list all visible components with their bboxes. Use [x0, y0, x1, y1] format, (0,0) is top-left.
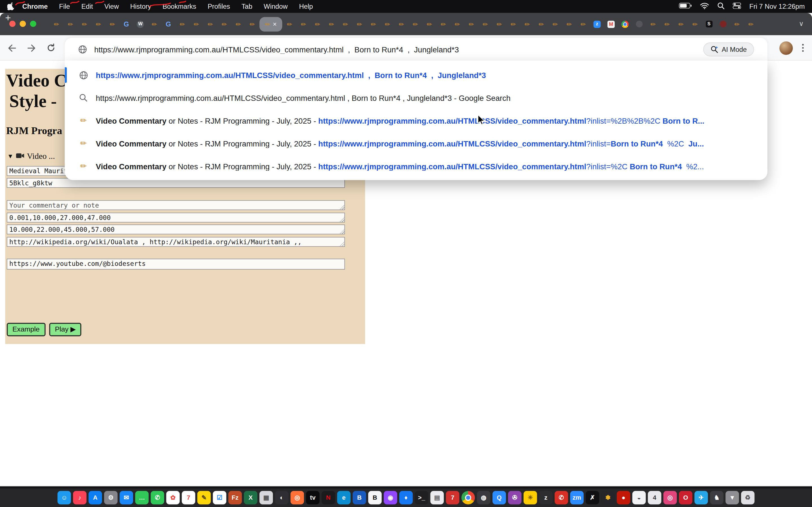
- tab-pencil[interactable]: ✏: [78, 16, 91, 32]
- tab-pencil[interactable]: ✏: [283, 16, 296, 32]
- example-button[interactable]: Example: [7, 323, 45, 336]
- menu-edit[interactable]: Edit: [82, 3, 93, 10]
- tab-pencil[interactable]: ✏: [548, 16, 562, 32]
- tab-pencil[interactable]: ✏: [50, 16, 63, 32]
- dock-photo-booth-icon[interactable]: ◐: [275, 491, 289, 504]
- tab-pencil[interactable]: ✏: [325, 16, 338, 32]
- tab-pencil[interactable]: ✏: [562, 16, 576, 32]
- video-details-summary[interactable]: ▼ Video ...: [7, 152, 55, 161]
- tab-pencil[interactable]: ✏: [190, 16, 203, 32]
- menu-view[interactable]: View: [104, 3, 119, 10]
- menu-bookmarks[interactable]: Bookmarks: [163, 3, 196, 10]
- dock-trash-icon[interactable]: ♻: [741, 491, 755, 504]
- dock-seven-app-icon[interactable]: 7: [446, 491, 459, 504]
- tab-close-icon[interactable]: ×: [273, 20, 276, 27]
- tab-google[interactable]: G: [119, 16, 133, 32]
- tab-pencil[interactable]: ✏: [339, 16, 352, 32]
- tab-pencil[interactable]: ✏: [520, 16, 534, 32]
- dock-reminders-icon[interactable]: ☑: [213, 491, 226, 504]
- dock-notes-icon[interactable]: ✎: [197, 491, 211, 504]
- dock-mail-icon[interactable]: ✉: [119, 491, 133, 504]
- tab-pencil[interactable]: ✏: [147, 16, 161, 32]
- commentary-field[interactable]: Your commentary or note: [7, 200, 345, 210]
- start-times-field[interactable]: 0.001,10.000,27.000,47.000: [7, 213, 345, 223]
- dock-messages-icon[interactable]: …: [135, 491, 149, 504]
- menu-history[interactable]: History: [130, 3, 151, 10]
- youtube-channel-field[interactable]: https://www.youtube.com/@biodeserts: [7, 259, 345, 270]
- dock-notes-app-icon[interactable]: ▤: [430, 491, 444, 504]
- tab-pencil[interactable]: ✏: [465, 16, 478, 32]
- tab-redcircle[interactable]: [716, 16, 730, 32]
- tab-wordpress[interactable]: W: [134, 16, 147, 32]
- dock-music-icon[interactable]: ♪: [73, 491, 87, 504]
- tab-pencil[interactable]: ✏: [92, 16, 105, 32]
- menu-file[interactable]: File: [59, 3, 70, 10]
- tab-search-chevron-icon[interactable]: ∨: [799, 20, 804, 27]
- dock-yellow-app-icon[interactable]: ☀: [523, 491, 537, 504]
- tab-pencil[interactable]: ✏: [451, 16, 464, 32]
- dock-q-app-icon[interactable]: Q: [493, 491, 506, 504]
- dock-zip-app-icon[interactable]: z: [539, 491, 553, 504]
- tab-pencil[interactable]: ✏: [744, 16, 758, 32]
- menu-window[interactable]: Window: [264, 3, 288, 10]
- dock-downloads-icon[interactable]: ▼: [725, 491, 739, 504]
- tab-pencil[interactable]: ✏: [506, 16, 520, 32]
- tab-pencil[interactable]: ✏: [688, 16, 702, 32]
- tab-pencil[interactable]: ✏: [660, 16, 674, 32]
- dock-opera-icon[interactable]: O: [679, 491, 693, 504]
- menu-tab[interactable]: Tab: [241, 3, 252, 10]
- dock-launchpad-icon[interactable]: ▦: [259, 491, 273, 504]
- battery-icon[interactable]: [679, 3, 692, 10]
- dock-app-store-icon[interactable]: A: [89, 491, 102, 504]
- tab-pencil[interactable]: ✏: [576, 16, 590, 32]
- tab-pencil[interactable]: ✏: [730, 16, 744, 32]
- url-text[interactable]: https://www.rjmprogramming.com.au/HTMLCS…: [94, 45, 703, 54]
- tab-pencil[interactable]: ✏: [217, 16, 231, 32]
- dock-chess-app-icon[interactable]: ♞: [710, 491, 723, 504]
- apple-logo-icon[interactable]: [7, 3, 14, 10]
- dock-light-app-icon[interactable]: ◒: [632, 491, 646, 504]
- tab-pencil[interactable]: ✏: [64, 16, 77, 32]
- dock-reel-app-icon[interactable]: ✇: [508, 491, 522, 504]
- tab-pencil[interactable]: ✏: [297, 16, 310, 32]
- control-center-icon[interactable]: [733, 3, 741, 10]
- dock-photos-icon[interactable]: ✿: [166, 491, 180, 504]
- tab-pencil[interactable]: ✏: [395, 16, 408, 32]
- dock-red-app-icon[interactable]: ●: [617, 491, 630, 504]
- suggestion-history-1[interactable]: ✏ Video Commentary or Notes - RJM Progra…: [65, 109, 767, 132]
- dock-bold-app-icon[interactable]: B: [368, 491, 382, 504]
- dock-apple-tv-icon[interactable]: tv: [306, 491, 320, 504]
- tab-gmail[interactable]: M: [604, 16, 618, 32]
- dock-excel-icon[interactable]: X: [244, 491, 257, 504]
- active-app-name[interactable]: Chrome: [22, 3, 48, 10]
- dock-telegram-icon[interactable]: ✈: [695, 491, 708, 504]
- wifi-icon[interactable]: [700, 2, 709, 10]
- tab-pencil[interactable]: ✏: [246, 16, 259, 32]
- menubar-clock[interactable]: Fri 7 Nov 12:26pm: [749, 3, 805, 10]
- dock-paw-app-icon[interactable]: ❃: [601, 491, 615, 504]
- dock-firefox-icon[interactable]: ◎: [290, 491, 304, 504]
- play-button[interactable]: Play ▶: [49, 323, 82, 336]
- ai-mode-button[interactable]: AI Mode: [703, 42, 754, 56]
- forward-button[interactable]: [27, 44, 36, 52]
- tab-zoom[interactable]: z: [591, 16, 604, 32]
- tab-pencil[interactable]: ✏: [493, 16, 506, 32]
- tab-pencil[interactable]: ✏: [478, 16, 492, 32]
- dock-finder-icon[interactable]: ☺: [57, 491, 71, 504]
- dock-dark-app-icon[interactable]: ◍: [477, 491, 491, 504]
- dock-chrome-icon[interactable]: [462, 491, 475, 504]
- tab-pencil[interactable]: ✏: [646, 16, 660, 32]
- dock-calendar-icon[interactable]: 7: [182, 491, 195, 504]
- suggestion-url[interactable]: https://www.rjmprogramming.com.au/HTMLCS…: [65, 64, 767, 87]
- tab-pencil[interactable]: ✏: [409, 16, 422, 32]
- tab-pencil[interactable]: ✏: [353, 16, 366, 32]
- dock-four-app-icon[interactable]: 4: [648, 491, 661, 504]
- dock-podcasts-icon[interactable]: ◉: [384, 491, 397, 504]
- tab-chrome[interactable]: [618, 16, 632, 32]
- tab-pencil[interactable]: ✏: [366, 16, 380, 32]
- back-button[interactable]: [7, 44, 17, 52]
- end-times-field[interactable]: 10.000,22.000,45.000,57.000: [7, 224, 345, 234]
- disclosure-triangle-icon[interactable]: ▼: [7, 152, 13, 160]
- tab-google[interactable]: G: [161, 16, 175, 32]
- profile-avatar[interactable]: [779, 41, 793, 55]
